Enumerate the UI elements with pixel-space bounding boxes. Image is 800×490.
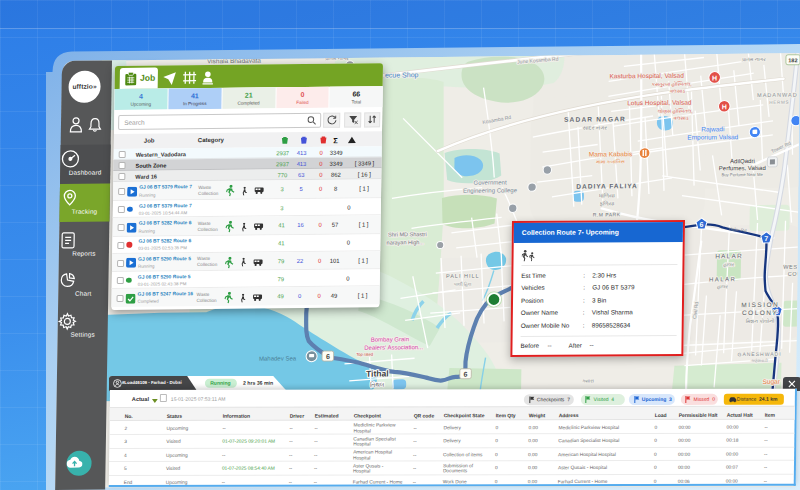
svg-text:સાદર નગર: સાદર નગર <box>583 124 607 130</box>
svg-text:Dealers' Association...: Dealers' Association... <box>364 344 423 351</box>
svg-text:ફળિયા: ફળિયા <box>599 199 615 206</box>
svg-text:H: H <box>722 103 727 110</box>
svg-text:6: 6 <box>464 371 468 378</box>
svg-text:Buy Perfume Near Me: Buy Perfume Near Me <box>721 172 763 177</box>
svg-text:HALAR: HALAR <box>715 252 743 259</box>
svg-text:Tithal: Tithal <box>366 368 389 378</box>
svg-text:મામા કબાબિસ: મામા કબાબિસ <box>596 158 625 164</box>
svg-text:પાલી હિલ: પાલી હિલ <box>454 282 472 287</box>
svg-text:PALI HILL: PALI HILL <box>446 273 480 279</box>
svg-text:Shri MD Shastri: Shri MD Shastri <box>388 231 427 237</box>
svg-text:HERMS: HERMS <box>769 100 789 105</box>
svg-text:પ્રાતમ નાગર: પ્રાતમ નાગર <box>741 56 766 62</box>
svg-text:MADANWAD: MADANWAD <box>757 92 798 98</box>
svg-text:Engineering College: Engineering College <box>463 187 518 194</box>
svg-text:લોણસ હોસ્પિતલ,: લોણસ હોસ્પિતલ, <box>658 108 693 114</box>
svg-text:MISSION: MISSION <box>741 301 779 308</box>
svg-text:હાલર: હાલર <box>723 261 735 267</box>
svg-text:Sugar: Sugar <box>762 378 780 386</box>
svg-text:AdilQadri: AdilQadri <box>730 158 755 164</box>
svg-text:SADAR NAGAR: SADAR NAGAR <box>564 115 626 123</box>
svg-text:ગણેશવાડી: ગણેશવાડી <box>751 357 767 363</box>
svg-text:182: 182 <box>788 57 797 63</box>
svg-text:કસતુરબા હોસ્પિતલ,: કસતુરબા હોસ્પિતલ, <box>651 81 691 87</box>
svg-text:narayan High...: narayan High... <box>387 239 425 245</box>
svg-text:Government: Government <box>474 179 507 185</box>
svg-text:COLONY: COLONY <box>742 309 779 316</box>
svg-text:Σ: Σ <box>333 136 338 144</box>
svg-text:H: H <box>712 74 717 81</box>
svg-text:ક્યારા: ક્યારા <box>582 378 595 384</box>
svg-text:Rajwadi: Rajwadi <box>701 125 724 133</box>
svg-text:Mahadev Sea: Mahadev Sea <box>259 355 297 361</box>
svg-text:હાલર: હાલર <box>717 283 729 289</box>
svg-text:Perfumes, Valsad: Perfumes, Valsad <box>719 165 766 171</box>
svg-text:વલસાડ: વલસાડ <box>670 88 685 94</box>
svg-text:ધાળિયા: ધાળિયા <box>599 191 616 198</box>
svg-text:R.M PARK: R.M PARK <box>593 211 621 217</box>
svg-text:વલસાડ: વલસાડ <box>674 115 689 121</box>
svg-text:Mama Kababis: Mama Kababis <box>589 150 633 157</box>
svg-text:7: 7 <box>764 235 768 242</box>
svg-text:DADIYA FALIYA: DADIYA FALIYA <box>576 182 638 190</box>
svg-text:6: 6 <box>326 353 330 360</box>
svg-text:મિશન કોલોની: મિશન કોલોની <box>746 318 775 324</box>
svg-text:GANESHWADI: GANESHWADI <box>738 351 782 357</box>
svg-text:6: 6 <box>699 221 703 228</box>
svg-text:HALAR: HALAR <box>709 276 737 282</box>
svg-text:Top rated: Top rated <box>356 352 373 357</box>
svg-text:Bombay Grain: Bombay Grain <box>371 336 409 342</box>
svg-text:તિથલ: તિથલ <box>370 381 385 388</box>
